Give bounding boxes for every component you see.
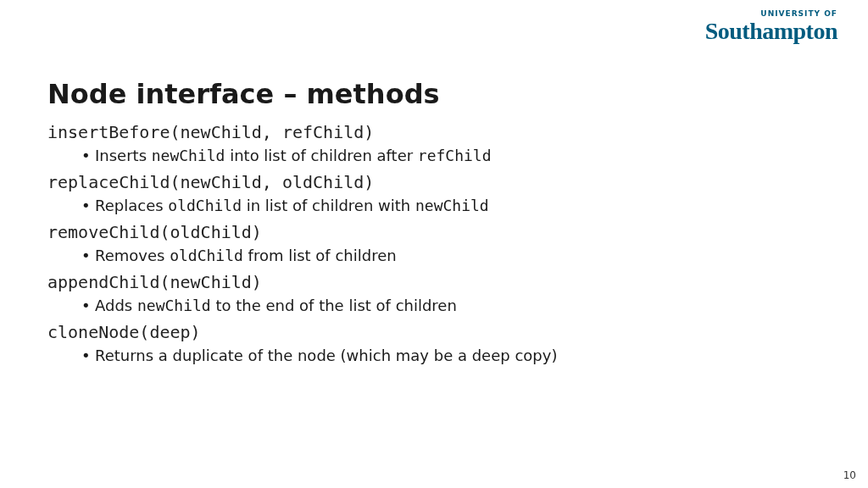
bullet-icon: •	[81, 294, 95, 317]
method-signature: appendChild(newChild)	[47, 272, 821, 292]
method-description: Replaces oldChild in list of children wi…	[95, 194, 821, 217]
page-number: 10	[843, 469, 856, 481]
slide-title: Node interface – methods	[47, 78, 821, 110]
method-appendchild: appendChild(newChild) • Adds newChild to…	[47, 272, 821, 317]
method-signature: replaceChild(newChild, oldChild)	[47, 172, 821, 192]
method-description-row: • Adds newChild to the end of the list o…	[81, 294, 821, 317]
method-removechild: removeChild(oldChild) • Removes oldChild…	[47, 222, 821, 267]
method-description-row: • Replaces oldChild in list of children …	[81, 194, 821, 217]
method-clonenode: cloneNode(deep) • Returns a duplicate of…	[47, 322, 821, 367]
logo-tagline: UNIVERSITY OF	[705, 10, 837, 18]
slide-content: Node interface – methods insertBefore(ne…	[47, 78, 821, 372]
bullet-icon: •	[81, 244, 95, 267]
method-description: Adds newChild to the end of the list of …	[95, 294, 821, 317]
logo-word: Southampton	[705, 19, 837, 43]
method-description-row: • Returns a duplicate of the node (which…	[81, 344, 821, 367]
bullet-icon: •	[81, 344, 95, 367]
method-description-row: • Removes oldChild from list of children	[81, 244, 821, 267]
method-insertbefore: insertBefore(newChild, refChild) • Inser…	[47, 122, 821, 167]
bullet-icon: •	[81, 194, 95, 217]
bullet-icon: •	[81, 144, 95, 167]
method-description: Removes oldChild from list of children	[95, 244, 821, 267]
method-replacechild: replaceChild(newChild, oldChild) • Repla…	[47, 172, 821, 217]
method-signature: removeChild(oldChild)	[47, 222, 821, 242]
method-signature: cloneNode(deep)	[47, 322, 821, 342]
method-signature: insertBefore(newChild, refChild)	[47, 122, 821, 142]
method-description: Returns a duplicate of the node (which m…	[95, 344, 821, 367]
method-description: Inserts newChild into list of children a…	[95, 144, 821, 167]
method-description-row: • Inserts newChild into list of children…	[81, 144, 821, 167]
university-logo: UNIVERSITY OF Southampton	[705, 10, 837, 43]
